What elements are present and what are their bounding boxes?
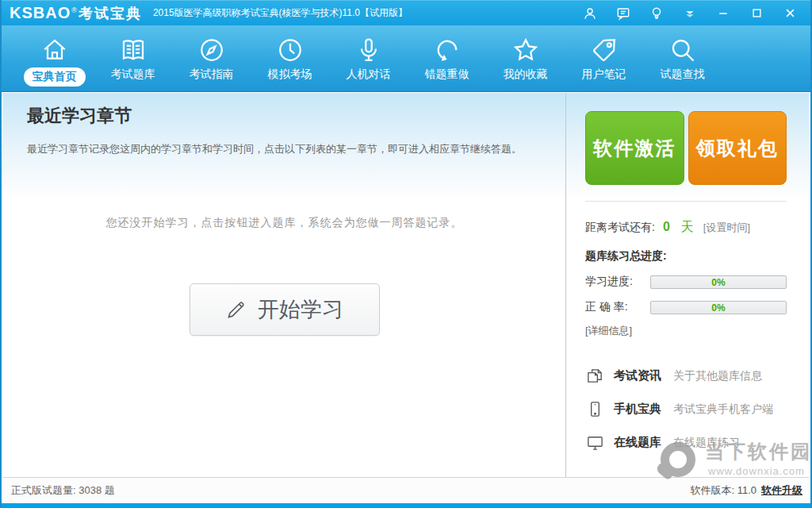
minimize-button[interactable] bbox=[715, 6, 731, 21]
nav-item-user-notes[interactable]: 用户笔记 bbox=[565, 25, 643, 91]
nav-label: 考试指南 bbox=[190, 67, 234, 82]
exam-countdown: 距离考试还有: 0 天 [设置时间] bbox=[585, 219, 787, 236]
nav-item-human-machine-dialog[interactable]: 人机对话 bbox=[329, 25, 408, 91]
progress-section-title: 题库练习总进度: bbox=[585, 249, 787, 264]
detail-info-link[interactable]: [详细信息] bbox=[585, 324, 787, 338]
page-description: 最近学习章节记录您这周内的学习章节和学习时间，点击以下列表的某一章节，即可进入相… bbox=[27, 142, 565, 156]
nav-label: 我的收藏 bbox=[504, 67, 548, 82]
sidebar-divider bbox=[585, 201, 787, 202]
user-account-icon[interactable] bbox=[582, 6, 598, 21]
tag-icon bbox=[590, 35, 619, 65]
version-text: 软件版本: 11.0 bbox=[690, 483, 756, 498]
book-icon bbox=[119, 35, 147, 65]
search-icon bbox=[668, 35, 697, 65]
page-title: 最近学习章节 bbox=[27, 104, 565, 128]
set-exam-time-link[interactable]: [设置时间] bbox=[703, 221, 750, 235]
study-progress-value: 0% bbox=[651, 276, 786, 288]
nav-item-search-questions[interactable]: 试题查找 bbox=[643, 25, 722, 91]
countdown-days: 0 bbox=[663, 220, 670, 234]
compass-icon bbox=[197, 35, 226, 65]
app-window: KSBAO ® 考试宝典 2015版医学高级职称考试宝典(核医学与技术)11.0… bbox=[0, 0, 812, 508]
nav-label: 宝典首页 bbox=[24, 67, 86, 87]
window-title: 2015版医学高级职称考试宝典(核医学与技术)11.0【试用版】 bbox=[153, 6, 582, 20]
accuracy-progress-bar: 0% bbox=[650, 301, 787, 314]
info-links: 考试资讯 关于其他题库信息 手机宝典 考试宝典手机客户端 bbox=[585, 367, 787, 452]
exam-news-item[interactable]: 考试资讯 关于其他题库信息 bbox=[585, 367, 787, 385]
redo-circle-icon bbox=[433, 35, 462, 65]
info-desc: 考试宝典手机客户端 bbox=[673, 402, 773, 417]
start-study-button[interactable]: 开始学习 bbox=[190, 283, 380, 336]
question-count-text: 正式版试题量: 3038 题 bbox=[3, 483, 690, 498]
nav-item-home[interactable]: 宝典首页 bbox=[15, 25, 94, 91]
empty-state-message: 您还没开始学习，点击按钮进入题库，系统会为您做一周答题记录。 bbox=[3, 216, 565, 230]
tips-bulb-icon[interactable] bbox=[649, 6, 665, 21]
microphone-icon bbox=[354, 35, 383, 65]
nav-item-favorites[interactable]: 我的收藏 bbox=[486, 25, 565, 91]
nav-item-question-bank[interactable]: 考试题库 bbox=[94, 25, 172, 91]
nav-item-exam-guide[interactable]: 考试指南 bbox=[172, 25, 251, 91]
main-nav: 宝典首页 考试题库 考试指南 bbox=[2, 25, 810, 92]
feedback-chat-icon[interactable] bbox=[615, 6, 631, 21]
nav-label: 模拟考场 bbox=[268, 67, 312, 82]
nav-item-mock-exam[interactable]: 模拟考场 bbox=[251, 25, 329, 91]
nav-item-redo-wrong[interactable]: 错题重做 bbox=[408, 25, 486, 91]
status-bar: 正式版试题量: 3038 题 软件版本: 11.0 软件升级 bbox=[3, 477, 809, 503]
info-desc: 关于其他题库信息 bbox=[673, 369, 762, 383]
software-activate-button[interactable]: 软件激活 bbox=[585, 111, 684, 185]
nav-label: 错题重做 bbox=[425, 67, 469, 82]
registered-mark: ® bbox=[71, 6, 77, 14]
logo-text: KSBAO bbox=[10, 4, 71, 22]
pencil-icon bbox=[225, 299, 247, 321]
window-bottom-edge bbox=[2, 503, 810, 508]
maximize-button[interactable] bbox=[749, 6, 764, 21]
accuracy-value: 0% bbox=[651, 302, 786, 314]
info-label: 在线题库 bbox=[614, 435, 661, 450]
start-study-label: 开始学习 bbox=[258, 295, 343, 324]
info-desc: 在线题库练习 bbox=[673, 436, 740, 450]
info-label: 考试资讯 bbox=[614, 368, 661, 383]
news-pages-icon bbox=[585, 367, 604, 385]
monitor-icon bbox=[585, 433, 604, 452]
title-bar: KSBAO ® 考试宝典 2015版医学高级职称考试宝典(核医学与技术)11.0… bbox=[2, 0, 810, 25]
nav-label: 人机对话 bbox=[347, 67, 391, 82]
gift-package-button[interactable]: 领取礼包 bbox=[688, 111, 787, 185]
sidebar: 软件激活 领取礼包 距离考试还有: 0 天 [设置时间] 题库练习总进度: 学习… bbox=[565, 93, 809, 477]
software-upgrade-link[interactable]: 软件升级 bbox=[761, 483, 802, 498]
nav-label: 试题查找 bbox=[661, 67, 705, 82]
app-logo: KSBAO ® 考试宝典 bbox=[10, 4, 142, 23]
accuracy-label: 正 确 率: bbox=[585, 300, 650, 314]
star-icon bbox=[511, 35, 540, 65]
study-progress-row: 学习进度: 0% bbox=[585, 275, 787, 289]
skin-dropdown-icon[interactable] bbox=[682, 6, 698, 21]
info-label: 手机宝典 bbox=[614, 402, 661, 417]
mobile-phone-icon bbox=[585, 400, 604, 418]
close-button[interactable] bbox=[782, 6, 798, 21]
countdown-unit: 天 bbox=[681, 219, 694, 236]
nav-label: 用户笔记 bbox=[582, 67, 626, 82]
study-progress-bar: 0% bbox=[650, 275, 787, 289]
clock-icon bbox=[276, 35, 304, 65]
logo-cn-text: 考试宝典 bbox=[79, 4, 142, 23]
countdown-prefix: 距离考试还有: bbox=[585, 221, 655, 235]
study-progress-label: 学习进度: bbox=[585, 275, 650, 289]
mobile-app-item[interactable]: 手机宝典 考试宝典手机客户端 bbox=[585, 400, 787, 418]
nav-label: 考试题库 bbox=[111, 67, 155, 82]
home-icon bbox=[40, 35, 69, 65]
recent-study-panel: 最近学习章节 最近学习章节记录您这周内的学习章节和学习时间，点击以下列表的某一章… bbox=[3, 93, 565, 477]
accuracy-progress-row: 正 确 率: 0% bbox=[585, 300, 787, 314]
online-bank-item[interactable]: 在线题库 在线题库练习 bbox=[585, 433, 787, 452]
